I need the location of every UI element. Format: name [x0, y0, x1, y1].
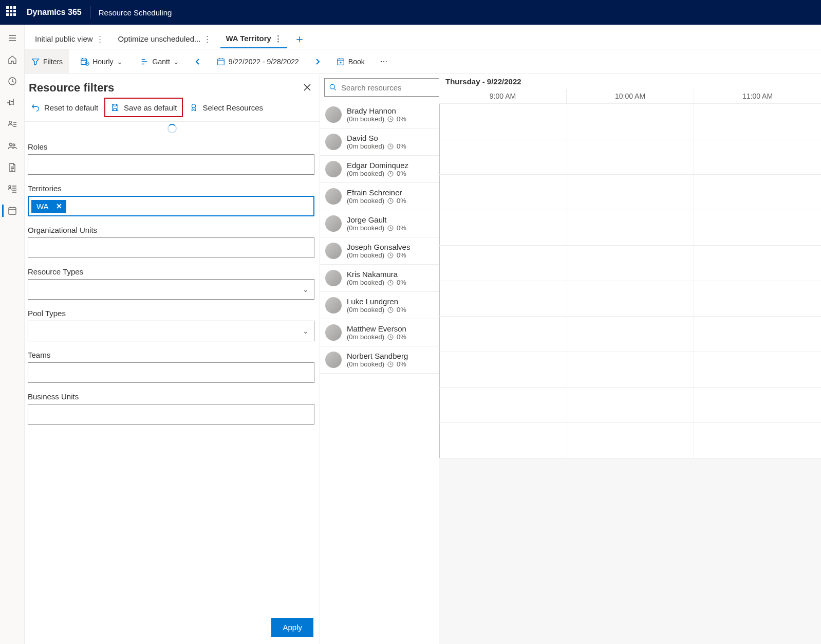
tab-menu-icon[interactable]: ⋮	[274, 34, 282, 43]
tab-initial-public-view[interactable]: Initial public view ⋮	[30, 30, 109, 48]
search-resources-input[interactable]	[324, 78, 443, 97]
schedule-cell[interactable]	[567, 246, 694, 281]
date-range-picker[interactable]: 9/22/2022 - 9/28/2022	[210, 49, 305, 74]
resource-row[interactable]: David So (0m booked) 0%	[320, 128, 439, 156]
schedule-cell[interactable]	[694, 246, 821, 281]
teams-input[interactable]	[28, 362, 314, 383]
schedule-row[interactable]	[439, 246, 821, 281]
schedule-cell[interactable]	[567, 388, 694, 422]
avatar	[325, 352, 342, 368]
clock-icon	[387, 225, 394, 231]
select-resources-button[interactable]: Select Resources	[184, 99, 268, 116]
schedule-row[interactable]	[439, 281, 821, 317]
people-list-icon[interactable]	[2, 114, 23, 135]
schedule-cell[interactable]	[567, 104, 694, 139]
schedule-cell[interactable]	[439, 388, 567, 422]
schedule-body[interactable]	[439, 104, 821, 644]
apply-button[interactable]: Apply	[271, 618, 313, 637]
schedule-cell[interactable]	[694, 281, 821, 316]
calendar-clock-icon	[80, 57, 89, 66]
schedule-cell[interactable]	[439, 210, 567, 245]
schedule-row[interactable]	[439, 388, 821, 423]
schedule-cell[interactable]	[694, 104, 821, 139]
search-input-field[interactable]	[341, 83, 439, 92]
schedule-row[interactable]	[439, 210, 821, 246]
schedule-board-icon[interactable]	[2, 200, 23, 221]
resource-name: Efrain Schreiner	[347, 188, 406, 197]
tab-menu-icon[interactable]: ⋮	[203, 34, 211, 44]
next-period-button[interactable]	[310, 54, 325, 69]
people-icon[interactable]	[2, 136, 23, 156]
schedule-cell[interactable]	[439, 281, 567, 316]
resource-row[interactable]: Kris Nakamura (0m booked) 0%	[320, 265, 439, 292]
resource-row[interactable]: Efrain Schreiner (0m booked) 0%	[320, 183, 439, 210]
schedule-cell[interactable]	[694, 210, 821, 245]
schedule-cell[interactable]	[694, 317, 821, 352]
schedule-cell[interactable]	[567, 281, 694, 316]
remove-tag-button[interactable]	[56, 202, 62, 211]
schedule-cell[interactable]	[694, 139, 821, 174]
resource-row[interactable]: Jorge Gault (0m booked) 0%	[320, 210, 439, 237]
schedule-cell[interactable]	[439, 175, 567, 210]
schedule-row[interactable]	[439, 139, 821, 175]
resource-row[interactable]: Brady Hannon (0m booked) 0%	[320, 101, 439, 128]
schedule-cell[interactable]	[567, 423, 694, 458]
filters-toggle-button[interactable]: Filters	[25, 49, 69, 74]
menu-toggle-icon[interactable]	[2, 28, 23, 48]
schedule-cell[interactable]	[439, 139, 567, 174]
prev-period-button[interactable]	[191, 54, 205, 69]
resource-subtext: (0m booked) 0%	[347, 170, 408, 177]
schedule-cell[interactable]	[439, 104, 567, 139]
schedule-cell[interactable]	[694, 175, 821, 210]
business-units-input[interactable]	[28, 404, 314, 425]
schedule-cell[interactable]	[694, 352, 821, 387]
tab-menu-icon[interactable]: ⋮	[96, 34, 104, 44]
org-units-input[interactable]	[28, 237, 314, 258]
resource-types-select[interactable]: ⌄	[28, 279, 314, 300]
badge-icon	[189, 103, 198, 112]
schedule-row[interactable]	[439, 423, 821, 458]
schedule-cell[interactable]	[567, 352, 694, 387]
schedule-cell[interactable]	[567, 317, 694, 352]
book-button[interactable]: Book	[330, 49, 371, 74]
schedule-row[interactable]	[439, 317, 821, 352]
schedule-cell[interactable]	[439, 352, 567, 387]
date-range-label: 9/22/2022 - 9/28/2022	[229, 58, 299, 66]
save-as-default-button[interactable]: Save as default	[104, 98, 183, 117]
schedule-row[interactable]	[439, 352, 821, 388]
reset-to-default-button[interactable]: Reset to default	[26, 99, 103, 116]
tab-wa-territory[interactable]: WA Territory ⋮	[220, 30, 287, 48]
pool-types-select[interactable]: ⌄	[28, 321, 314, 341]
view-type-dropdown[interactable]: Gantt ⌄	[134, 49, 185, 74]
schedule-cell[interactable]	[439, 317, 567, 352]
app-launcher-icon[interactable]	[6, 6, 18, 19]
schedule-cell[interactable]	[694, 388, 821, 422]
schedule-cell[interactable]	[439, 246, 567, 281]
schedule-cell[interactable]	[694, 423, 821, 458]
resource-row[interactable]: Joseph Gonsalves (0m booked) 0%	[320, 237, 439, 265]
schedule-cell[interactable]	[567, 210, 694, 245]
schedule-cell[interactable]	[439, 423, 567, 458]
resource-row[interactable]: Matthew Everson (0m booked) 0%	[320, 319, 439, 346]
schedule-row[interactable]	[439, 175, 821, 210]
more-actions-button[interactable]: ⋯	[376, 49, 391, 74]
close-filters-button[interactable]	[302, 82, 312, 94]
schedule-cell[interactable]	[567, 139, 694, 174]
resource-name: David So	[347, 134, 406, 142]
pinned-icon[interactable]	[2, 93, 23, 113]
territories-input[interactable]: WA	[28, 196, 314, 216]
document-icon[interactable]	[2, 157, 23, 178]
schedule-cell[interactable]	[567, 175, 694, 210]
home-icon[interactable]	[2, 49, 23, 70]
resource-row[interactable]: Edgar Dominquez (0m booked) 0%	[320, 156, 439, 183]
recent-icon[interactable]	[2, 71, 23, 91]
add-tab-button[interactable]: ＋	[291, 31, 308, 47]
timescale-dropdown[interactable]: Hourly ⌄	[74, 49, 128, 74]
roles-input[interactable]	[28, 154, 314, 175]
avatar	[325, 243, 342, 259]
resource-row[interactable]: Luke Lundgren (0m booked) 0%	[320, 292, 439, 319]
tab-optimize-unscheduled[interactable]: Optimize unscheduled... ⋮	[113, 30, 217, 48]
schedule-row[interactable]	[439, 104, 821, 139]
contacts-list-icon[interactable]	[2, 179, 23, 199]
resource-row[interactable]: Norbert Sandberg (0m booked) 0%	[320, 346, 439, 374]
